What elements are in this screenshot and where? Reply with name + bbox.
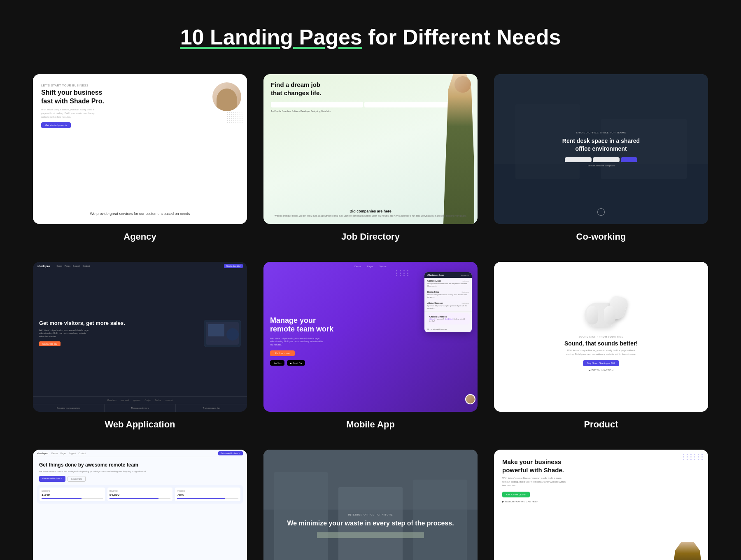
webapp-logo-6: automat xyxy=(165,399,173,401)
remote-cta-primary[interactable]: Get started for free → xyxy=(39,476,65,482)
card-remote-preview[interactable]: shadepro Demos Pages Support Contact Get… xyxy=(33,450,247,560)
remote-dash-title-2: Revenue xyxy=(110,490,171,492)
mobile-msg-reply-text: Ok I m going with this map xyxy=(427,328,469,331)
cowork-search-btn[interactable] xyxy=(621,157,637,162)
mobile-nav-support[interactable]: Support xyxy=(379,265,387,268)
product-img xyxy=(576,303,626,331)
business-cta[interactable]: Get A Free Quote xyxy=(502,492,530,497)
agency-cta[interactable]: Get started projects xyxy=(41,122,71,128)
remote-nav-support[interactable]: Support xyxy=(69,452,76,455)
mobile-msg-time-2: 3 min ago xyxy=(461,291,469,293)
mobile-googleplay-btn[interactable]: ▶ Google Play xyxy=(287,360,305,366)
page-title-suffix: for Different Needs xyxy=(362,25,561,49)
svg-rect-6 xyxy=(206,322,228,338)
webapp-nav-support[interactable]: Support xyxy=(73,265,80,267)
card-remote: shadepro Demos Pages Support Contact Get… xyxy=(33,450,247,560)
webapp-logo-2: asanwork xyxy=(121,399,129,401)
business-sub: With lots of unique blocks, you can easi… xyxy=(502,476,568,488)
card-webapp-preview[interactable]: shadepro Demo Pages Support Contact Star… xyxy=(33,262,247,412)
remote-dash-bar-3 xyxy=(177,498,238,499)
svg-point-8 xyxy=(222,325,237,340)
mobile-msg-text-2: I think u are right that this is looking… xyxy=(427,294,469,298)
remote-dash-value-1: 1,249 xyxy=(42,493,103,497)
appstore-label: App Store xyxy=(274,362,282,364)
product-headline: Sound, that sounds better! xyxy=(564,340,638,347)
remote-nav-btn[interactable]: Get started for free → xyxy=(218,451,243,455)
webapp-cta-row: Start a Free trial xyxy=(39,341,200,346)
mobile-featured-text: @locals I agree with @dolphin.tt think w… xyxy=(429,318,467,322)
webapp-headline: Get more visitors, get more sales. xyxy=(39,320,200,327)
webapp-nav-demo[interactable]: Demo xyxy=(57,265,62,267)
agency-headline: Shift your business fast with Shade Pro. xyxy=(41,89,107,106)
card-business-preview[interactable]: Make your business powerful with Shade. … xyxy=(494,450,708,560)
business-cta-row: Get A Free Quote xyxy=(502,492,700,497)
product-watch-link[interactable]: ▶ WATCH IN ACTION xyxy=(589,369,613,371)
webapp-logo-3: greener xyxy=(133,399,140,401)
cowork-search-dates[interactable] xyxy=(593,157,620,162)
cowork-tag: SHARED OFFICE SPACE FOR TEAMS xyxy=(576,131,626,134)
remote-dash-bar-fill-1 xyxy=(42,498,82,499)
card-job-preview[interactable]: Find a dream job that changes life. Try … xyxy=(263,74,478,224)
webapp-nav-pages[interactable]: Pages xyxy=(65,265,70,267)
business-watch-link[interactable]: ▶ WATCH HOW WE CAN HELP xyxy=(502,500,700,503)
remote-nav-pages[interactable]: Pages xyxy=(61,452,66,455)
remote-dash-card-1: Sessions 1,249 xyxy=(40,488,105,501)
page-header: 10 Landing Pages for Different Needs xyxy=(33,25,708,49)
mobile-dots-decor xyxy=(396,270,410,276)
cowork-search-row xyxy=(565,157,637,162)
mobile-chat-title: #Designers Jone xyxy=(427,274,444,276)
remote-logo: shadepro xyxy=(37,452,48,455)
mobile-msg-name-1: Cornelio Jane xyxy=(427,280,441,282)
job-search-input1[interactable] xyxy=(271,102,363,107)
mobile-nav-demos[interactable]: Demos xyxy=(354,265,361,268)
remote-hero-left: Get things done by awesome remote team W… xyxy=(39,462,241,482)
remote-cta-secondary[interactable]: Learn more xyxy=(68,476,86,482)
card-mobile-preview[interactable]: Demos Pages Support Manage your remote t… xyxy=(263,262,478,412)
remote-nav-demos[interactable]: Demos xyxy=(51,452,58,455)
mobile-chat-tag: through 02 xyxy=(461,274,469,276)
remote-dash-bar-1 xyxy=(42,498,103,499)
agency-avatar xyxy=(212,82,241,111)
remote-dashboard: Sessions 1,249 Revenue $4,890 Progress 7… xyxy=(37,485,243,504)
cowork-nav-dot[interactable] xyxy=(597,208,605,216)
page-title: 10 Landing Pages for Different Needs xyxy=(180,25,561,49)
webapp-features: Organize your campaigns Manage customers… xyxy=(33,404,247,412)
remote-dash-value-3: 78% xyxy=(177,493,238,497)
card-product: SOUND RIGHT FROM YOUR TIME Sound, that s… xyxy=(494,262,708,430)
job-bottom-text: With lots of unique blocks, you can easi… xyxy=(271,215,470,218)
webapp-nav-contact[interactable]: Contact xyxy=(83,265,90,267)
remote-nav-contact[interactable]: Contact xyxy=(79,452,86,455)
product-tag: SOUND RIGHT FROM YOUR TIME xyxy=(578,336,623,338)
card-agency-preview[interactable]: LET'S START YOUR BUSINESS Shift your bus… xyxy=(33,74,247,224)
mobile-chat-panel: #Designers Jone through 02 Cornelio Jane… xyxy=(424,272,472,332)
mobile-explore-btn[interactable]: Explore more xyxy=(270,350,295,356)
webapp-nav-btn[interactable]: Start a free trial xyxy=(224,264,243,268)
product-buy-btn[interactable]: Buy Now - Starting at $99 xyxy=(583,360,619,366)
agency-bottom-text: We provide great services for our custom… xyxy=(33,211,247,217)
mobile-appstore-btn[interactable]: App Store xyxy=(270,360,284,366)
svg-rect-7 xyxy=(207,323,217,331)
webapp-logo: shadepro xyxy=(37,265,50,268)
card-product-preview[interactable]: SOUND RIGHT FROM YOUR TIME Sound, that s… xyxy=(494,262,708,412)
remote-dash-card-2: Revenue $4,890 xyxy=(107,488,173,501)
mobile-stores: App Store ▶ Google Play xyxy=(270,360,336,366)
remote-hero: Get things done by awesome remote team W… xyxy=(33,457,247,485)
webapp-feature-text-3: Track progress fast xyxy=(179,407,244,409)
mobile-msg-name-2: Martin Frias xyxy=(427,291,439,293)
card-webapp-label: Web Application xyxy=(105,419,175,430)
mobile-msg-featured-reply: Ok I m going with this map xyxy=(424,326,472,333)
card-interior-preview[interactable]: INTERIOR OFFICE FURNITURE We minimize yo… xyxy=(263,450,478,560)
card-cowork-preview[interactable]: SHARED OFFICE SPACE FOR TEAMS Rent desk … xyxy=(494,74,708,224)
mobile-nav-pages[interactable]: Pages xyxy=(367,265,373,268)
webapp-cta[interactable]: Start a Free trial xyxy=(39,341,61,346)
remote-dash-title-1: Sessions xyxy=(42,490,103,492)
cowork-search-location[interactable] xyxy=(565,157,592,162)
cowork-link[interactable]: Take virtual tour of our spaces xyxy=(587,164,615,167)
page-title-underline: 10 Landing Pages xyxy=(180,25,362,49)
card-mobile: Demos Pages Support Manage your remote t… xyxy=(263,262,478,430)
mobile-msg-name-3: Adrian Simpson xyxy=(427,302,443,304)
business-headline: Make your business powerful with Shade. xyxy=(502,458,576,474)
cards-grid: LET'S START YOUR BUSINESS Shift your bus… xyxy=(33,74,708,560)
business-dots xyxy=(683,454,704,460)
webapp-logo-4: Oorjan xyxy=(145,399,151,401)
